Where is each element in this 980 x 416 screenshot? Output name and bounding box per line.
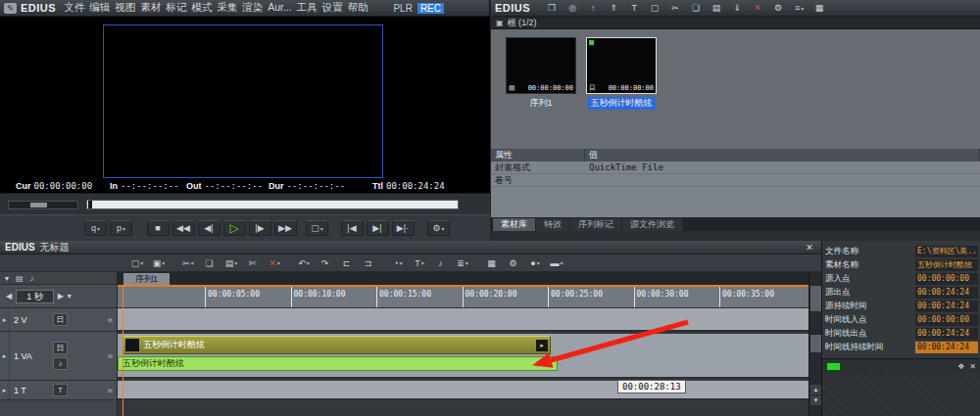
timeline-ruler[interactable]: 00:00:05:0000:00:10:0000:00:15:0000:00:2…: [118, 285, 808, 308]
track-header-2v[interactable]: ▸ 2 V 日 ≈: [0, 308, 117, 332]
menu-item[interactable]: 标记: [166, 1, 186, 15]
position-handle[interactable]: [88, 201, 92, 208]
recorder-mode-indicator[interactable]: REC: [417, 3, 444, 14]
timeline-clip-audio[interactable]: 五秒倒计时酷炫: [118, 356, 558, 371]
export-button[interactable]: ⚙▾: [427, 220, 450, 236]
goto-in-button[interactable]: |◀: [341, 220, 364, 236]
info-value[interactable]: 00:00:24:24: [915, 300, 978, 312]
new-sequence-icon[interactable]: ▢▾: [127, 256, 147, 270]
title-track-icon[interactable]: T: [53, 384, 68, 396]
scroll-down-icon[interactable]: ▼: [810, 395, 821, 405]
rubberband-icon[interactable]: ≈: [108, 351, 113, 361]
menu-item[interactable]: 视图: [115, 1, 135, 15]
info-value[interactable]: 00:00:24:24: [915, 287, 978, 299]
properties-column-value[interactable]: 值: [585, 149, 980, 162]
paste-icon[interactable]: ▤: [709, 2, 725, 15]
stop-button[interactable]: ■: [147, 220, 170, 236]
menu-item[interactable]: 素材: [140, 1, 161, 15]
clip-name[interactable]: 五秒倒计时酷炫: [588, 97, 656, 110]
set-out-icon[interactable]: ⊐: [359, 256, 378, 270]
bin-clip-sequence[interactable]: ▤ 00:00:00:00 序列1: [501, 37, 581, 112]
expand-icon[interactable]: ▸: [0, 332, 10, 380]
menu-item[interactable]: 文件: [64, 1, 84, 15]
close-icon[interactable]: ✕: [969, 362, 976, 371]
loop-play-button[interactable]: q▾: [84, 220, 107, 236]
video-mute-icon[interactable]: 日: [53, 342, 68, 354]
info-value[interactable]: 00:00:00:00: [915, 314, 978, 326]
record-icon[interactable]: ●▾: [525, 256, 545, 270]
video-mute-icon[interactable]: 日: [53, 313, 68, 326]
chevron-down-icon[interactable]: ▾: [5, 274, 9, 283]
audio-mixer-icon[interactable]: ≣▾: [453, 256, 472, 270]
info-value[interactable]: 00:00:24:24: [915, 328, 978, 340]
thumbnail-view-icon[interactable]: ▦: [811, 2, 828, 15]
property-row[interactable]: 卷号: [491, 174, 980, 187]
panel-icon[interactable]: ▬▾: [547, 256, 566, 270]
property-row[interactable]: 封装格式QuickTime File: [491, 162, 980, 174]
palette-icon[interactable]: ❖: [957, 362, 964, 371]
paste-icon[interactable]: ▤▾: [221, 256, 241, 270]
properties-icon[interactable]: ⚙: [770, 2, 787, 15]
search-icon[interactable]: ◎: [564, 2, 581, 15]
menu-item[interactable]: 设置: [322, 1, 343, 15]
expand-icon[interactable]: ▸: [0, 308, 10, 331]
info-value[interactable]: 五秒倒计时酷炫: [915, 259, 978, 271]
next-frame-button[interactable]: |▶: [249, 220, 271, 236]
timeline-clip-video[interactable]: 五秒倒计时酷炫 ▸: [122, 336, 551, 354]
copy-icon[interactable]: ❏: [200, 256, 220, 270]
previous-frame-button[interactable]: ◀|: [198, 220, 220, 236]
menu-item[interactable]: 帮助: [348, 1, 368, 15]
ripple-cut-icon[interactable]: ✄: [243, 256, 263, 270]
player-mode-indicator[interactable]: PLR: [393, 3, 412, 14]
grid-icon[interactable]: ▤: [16, 274, 24, 283]
title-new-icon[interactable]: T: [626, 2, 643, 15]
track-header-1t[interactable]: ▸ 1 T T ≈: [0, 381, 117, 400]
scrollbar-thumb[interactable]: [810, 286, 821, 311]
properties-column-name[interactable]: 属性: [491, 149, 585, 162]
info-value[interactable]: 00:00:00:00: [915, 273, 978, 285]
pattern-icon[interactable]: ▦: [482, 256, 502, 270]
rewind-button[interactable]: ◀◀: [172, 220, 195, 236]
scale-dropdown-icon[interactable]: ▾: [68, 292, 72, 300]
clip-color-swatch[interactable]: [826, 362, 841, 371]
rubberband-icon[interactable]: ≈: [108, 315, 113, 325]
menu-item[interactable]: 采集: [217, 1, 237, 15]
title-icon[interactable]: T▾: [410, 256, 429, 270]
timeline-scale-select[interactable]: 1 秒: [16, 290, 54, 303]
track-lane-1va[interactable]: 五秒倒计时酷炫 ▸ 五秒倒计时酷炫: [118, 334, 808, 379]
rubberband-icon[interactable]: ≈: [108, 386, 113, 395]
clip-name[interactable]: 序列1: [526, 97, 555, 110]
clip-transition-badge[interactable]: ▸: [536, 340, 548, 351]
save-icon[interactable]: ▣▾: [149, 256, 169, 270]
zoom-in-icon[interactable]: ▶: [58, 292, 64, 300]
track-lane-1t[interactable]: [118, 381, 808, 400]
voiceover-icon[interactable]: ♪: [431, 256, 451, 270]
delete-icon[interactable]: ✕: [750, 2, 766, 15]
delete-icon[interactable]: ✕▾: [265, 256, 284, 270]
shuttle-slider[interactable]: [8, 201, 78, 209]
clip-thumbnail[interactable]: ▤ 00:00:00:00: [506, 37, 576, 94]
cut-icon[interactable]: ✂▾: [178, 256, 198, 270]
menu-item[interactable]: Aur...: [268, 1, 292, 15]
settings-icon[interactable]: ⚙: [504, 256, 523, 270]
play-around-button[interactable]: ▢▾: [306, 220, 328, 236]
sequence-tab[interactable]: 序列1: [123, 273, 170, 285]
bin-folder-breadcrumb[interactable]: ▣ 根 (1/2): [491, 17, 980, 29]
menu-item[interactable]: 工具: [297, 1, 318, 15]
audio-mute-icon[interactable]: ♪: [53, 357, 68, 370]
position-bar[interactable]: [86, 200, 459, 209]
up-level-icon[interactable]: ↑: [585, 2, 602, 15]
mode-icon[interactable]: ◔▾: [388, 256, 408, 270]
zoom-out-icon[interactable]: ◀: [6, 292, 12, 300]
menu-item[interactable]: 渲染: [242, 1, 263, 15]
timeline-scrollbar[interactable]: ▲ ▼: [808, 272, 821, 416]
bin-tab[interactable]: 源文件浏览: [622, 218, 682, 231]
redo-icon[interactable]: ↷: [316, 256, 335, 270]
undo-icon[interactable]: ↶▾: [294, 256, 314, 270]
cut-icon[interactable]: ✂: [667, 2, 684, 15]
track-header-1va[interactable]: ▸ 1 VA 日 ♪ ≈: [0, 332, 117, 381]
bin-tab[interactable]: 序列标记: [570, 218, 621, 231]
monitor-icon[interactable]: ▢: [647, 2, 663, 15]
play-button[interactable]: ▷: [223, 220, 246, 236]
bin-clip-countdown[interactable]: 目 00:00:00:00 五秒倒计时酷炫: [581, 37, 662, 112]
